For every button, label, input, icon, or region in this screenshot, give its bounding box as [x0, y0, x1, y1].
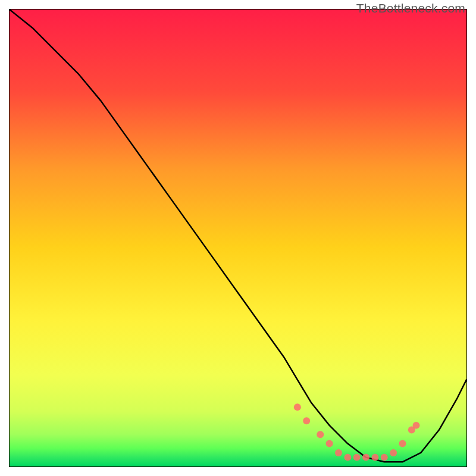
highlight-dot [381, 454, 388, 461]
bottleneck-curve [10, 10, 466, 462]
highlight-dot [362, 454, 369, 461]
highlight-dot [344, 454, 351, 461]
highlight-dot [390, 449, 397, 456]
watermark-text: TheBottleneck.com [356, 1, 465, 15]
highlight-dot [294, 403, 301, 411]
highlight-dot [326, 440, 333, 447]
highlight-dot [353, 454, 361, 461]
highlight-dot [317, 431, 324, 438]
highlight-dot [371, 454, 378, 461]
highlight-dot [413, 422, 420, 429]
chart-plot-area [9, 9, 467, 467]
curve-layer [10, 10, 466, 466]
bottleneck-curve-path [10, 10, 466, 462]
chart-container: TheBottleneck.com [0, 0, 476, 476]
highlight-dot [335, 449, 342, 456]
highlight-dots [294, 403, 420, 461]
highlight-dot [399, 440, 406, 447]
highlight-dot [303, 417, 310, 424]
